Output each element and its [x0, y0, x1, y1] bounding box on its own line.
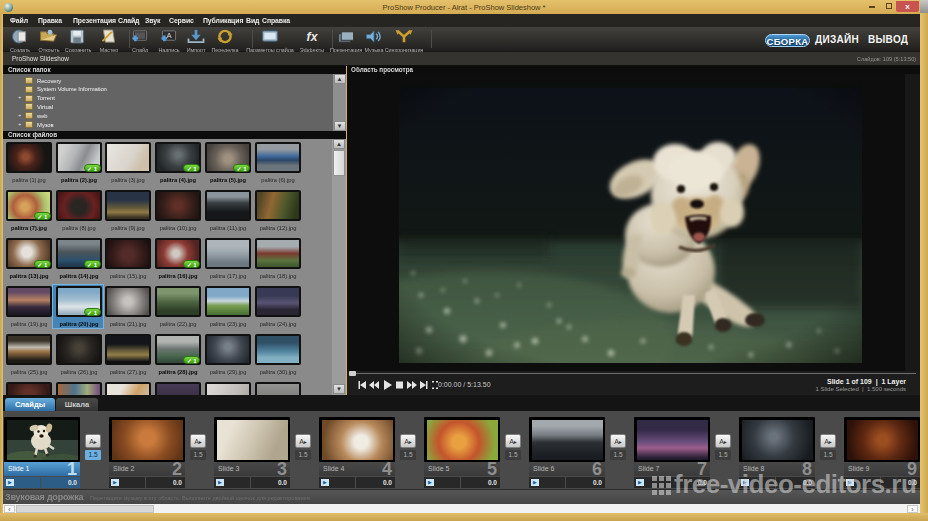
svg-text:A: A — [166, 31, 171, 40]
svg-text:fx: fx — [307, 30, 319, 44]
